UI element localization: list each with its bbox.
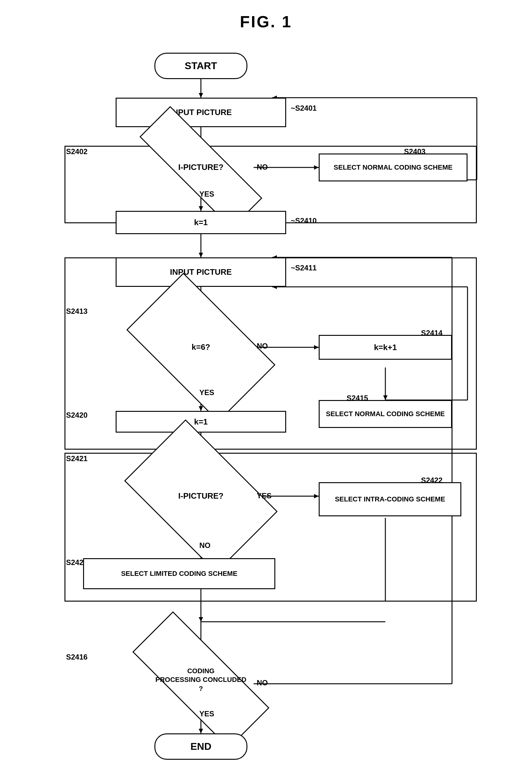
yes-label-2: YES [199,388,214,397]
i-picture-diamond-2: I-PICTURE? [136,453,266,539]
coding-concluded-diamond: CODING PROCESSING CONCLUDED ? [133,651,269,709]
s2421-label: S2421 [66,454,87,463]
input-picture-2: INPUT PICTURE [116,257,286,287]
i-picture-diamond-1: I-PICTURE? [136,146,266,189]
s2401-label: ~S2401 [291,104,316,113]
end-node: END [154,733,247,760]
svg-marker-1 [199,93,203,98]
kk1-box: k=k+1 [319,335,452,360]
s2414-label: S2414 [421,329,442,337]
s2403-label: S2403 [404,147,425,156]
s2411-label: ~S2411 [291,263,316,272]
yes-label-4: YES [199,710,214,718]
s2416-label: S2416 [66,653,87,661]
select-limited-box: SELECT LIMITED CODING SCHEME [83,558,275,589]
s2420-label: S2420 [66,411,87,419]
yes-label-3: YES [257,492,272,500]
svg-marker-31 [199,729,203,733]
s2415-label: S2415 [347,394,368,403]
s2413-label: S2413 [66,307,87,316]
no-label-3: NO [199,541,211,550]
s2410-label: ~S2410 [291,216,316,225]
k6-diamond: k=6? [136,307,266,387]
k1-first: k=1 [116,211,286,234]
s2422-label: S2422 [421,476,442,485]
select-intra-box: SELECT INTRA-CODING SCHEME [319,482,461,516]
select-normal-1: SELECT NORMAL CODING SCHEME [319,154,468,181]
input-picture-1: INPUT PICTURE [116,98,286,127]
k1-second: k=1 [116,411,286,433]
s2402-label: S2402 [66,147,87,156]
start-node: START [154,53,247,79]
select-normal-2: SELECT NORMAL CODING SCHEME [319,400,452,428]
no-label-2: NO [257,342,268,350]
svg-marker-9 [199,253,203,257]
no-label-1: NO [257,163,268,171]
no-label-4: NO [257,679,268,687]
yes-label-1: YES [199,190,214,198]
page-title: FIG. 1 [240,12,292,31]
svg-marker-27 [199,617,203,622]
